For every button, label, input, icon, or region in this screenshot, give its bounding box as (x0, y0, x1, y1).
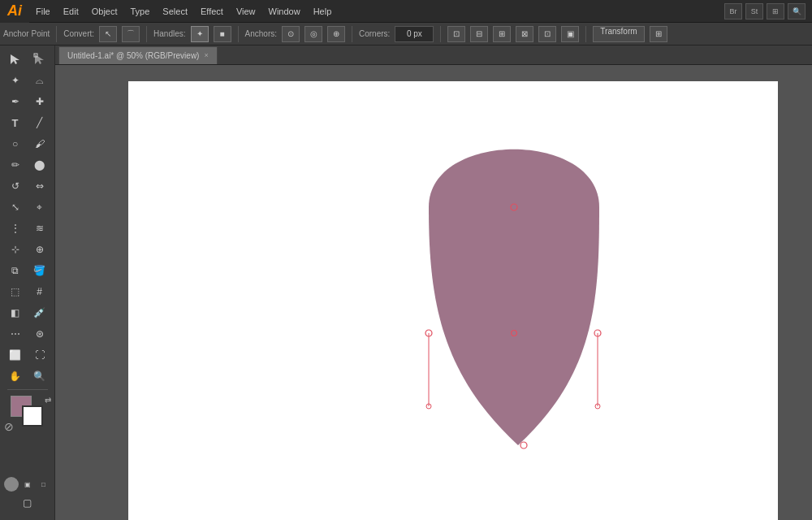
direct-selection-tool[interactable] (28, 50, 51, 69)
blend-tool[interactable]: ⋯ (4, 324, 27, 344)
align-btn5[interactable]: ⊡ (538, 26, 556, 42)
separator-3 (238, 26, 239, 42)
align-btn3[interactable]: ⊞ (493, 26, 511, 42)
control-bar: Anchor Point Convert: ↖ ⌒ Handles: ✦ ■ A… (0, 23, 812, 46)
puppet-warp-tool[interactable]: ⊕ (28, 240, 51, 259)
workspace-switcher[interactable]: ⊞ (767, 3, 784, 20)
bottom-tools: ▣ □ ▢ (4, 476, 51, 517)
live-paint-tool[interactable]: 🪣 (28, 261, 51, 280)
symbol-sprayer-tool[interactable]: ⊛ (28, 324, 51, 344)
add-anchor-tool[interactable]: ✚ (28, 92, 51, 111)
shape-canvas (128, 81, 778, 520)
tool-row-1 (4, 50, 51, 69)
free-transform-tool[interactable]: ⊹ (4, 240, 27, 259)
corners-label: Corners: (359, 29, 390, 38)
line-tool[interactable]: ╱ (28, 113, 51, 132)
tool-row-6: ✏ ⬤ (4, 155, 51, 175)
type-tool[interactable]: T (4, 113, 27, 132)
anchors-btn2[interactable]: ◎ (304, 26, 322, 42)
pencil-tool[interactable]: ✏ (4, 155, 27, 175)
tool-row-15: ⬜ ⛶ (4, 345, 51, 365)
menu-effect[interactable]: Effect (194, 0, 230, 23)
align-btn6[interactable]: ▣ (561, 26, 579, 42)
rotate-tool[interactable]: ↺ (4, 176, 27, 196)
svg-marker-0 (11, 54, 19, 64)
convert-smooth-btn[interactable]: ⌒ (122, 26, 140, 42)
menu-window[interactable]: Window (262, 0, 307, 23)
align-btn4[interactable]: ⊠ (516, 26, 533, 42)
ellipse-tool[interactable]: ○ (4, 134, 27, 154)
main-layout: ✦ ⌓ ✒ ✚ T ╱ ○ 🖌 ✏ ⬤ ↺ ⇔ ⤡ ⌖ ⋮ ≋ (0, 46, 812, 520)
lasso-tool[interactable]: ⌓ (28, 71, 51, 90)
artboard (128, 81, 778, 520)
magic-wand-tool[interactable]: ✦ (4, 71, 27, 90)
separator-2 (146, 26, 147, 42)
reshape-tool[interactable]: ⌖ (28, 197, 51, 217)
selection-tool[interactable] (4, 50, 27, 69)
artboard-container (55, 65, 812, 520)
pen-tool[interactable]: ✒ (4, 92, 27, 111)
tab-bar: Untitled-1.ai* @ 50% (RGB/Preview) × (55, 46, 812, 65)
menu-bar: Ai File Edit Object Type Select Effect V… (0, 0, 812, 23)
handles-btn[interactable]: ✦ (191, 26, 209, 42)
hand-tool[interactable]: ✋ (4, 366, 27, 386)
color-mode-row: ▣ □ (4, 477, 51, 492)
none-btn[interactable]: □ (37, 477, 51, 492)
menu-edit[interactable]: Edit (57, 0, 85, 23)
tool-row-11: ⧉ 🪣 (4, 261, 51, 280)
convert-label: Convert: (63, 29, 94, 38)
paintbrush-tool[interactable]: 🖌 (28, 134, 51, 154)
separator-5 (440, 26, 441, 42)
anchors-label: Anchors: (245, 29, 277, 38)
convert-corner-btn[interactable]: ↖ (99, 26, 117, 42)
swap-colors-icon[interactable]: ⇄ (45, 396, 51, 405)
menu-help[interactable]: Help (307, 0, 339, 23)
stroke-swatch[interactable] (22, 405, 43, 427)
none-icon[interactable]: ⊘ (4, 420, 14, 433)
screen-mode-btn[interactable]: ▢ (16, 493, 39, 513)
tool-row-7: ↺ ⇔ (4, 176, 51, 196)
slice-tool[interactable]: ⛶ (28, 345, 51, 365)
handles-square-btn[interactable]: ■ (214, 26, 231, 42)
blob-brush-tool[interactable]: ⬤ (28, 155, 51, 175)
tool-row-9: ⋮ ≋ (4, 219, 51, 238)
eyedropper-tool[interactable]: 💉 (28, 303, 51, 323)
menu-select[interactable]: Select (156, 0, 194, 23)
transform-btn[interactable]: Transform (593, 26, 644, 42)
canvas-area: Untitled-1.ai* @ 50% (RGB/Preview) × (55, 46, 812, 520)
tool-row-14: ⋯ ⊛ (4, 324, 51, 344)
artboard-tool[interactable]: ⬜ (4, 345, 27, 365)
reflect-tool[interactable]: ⇔ (28, 176, 51, 196)
corners-input[interactable] (395, 26, 434, 42)
sidebar-sep-1 (7, 389, 48, 390)
transform-extra-btn[interactable]: ⊞ (650, 26, 667, 42)
tool-row-2: ✦ ⌓ (4, 71, 51, 90)
tab-close-btn[interactable]: × (204, 51, 208, 59)
shape-builder-tool[interactable]: ⧉ (4, 261, 27, 280)
warp-tool[interactable]: ≋ (28, 219, 51, 238)
menu-object[interactable]: Object (85, 0, 124, 23)
width-tool[interactable]: ⋮ (4, 219, 27, 238)
mesh-tool[interactable]: # (28, 282, 51, 301)
stock-icon-btn[interactable]: St (745, 3, 763, 20)
align-btn1[interactable]: ⊡ (447, 26, 465, 42)
tool-row-4: T ╱ (4, 113, 51, 132)
scale-tool[interactable]: ⤡ (4, 197, 27, 217)
search-icon-btn[interactable]: 🔍 (788, 3, 806, 20)
tool-row-12: ⬚ # (4, 282, 51, 301)
gradient-btn[interactable]: ▣ (20, 477, 35, 492)
zoom-tool[interactable]: 🔍 (28, 366, 51, 386)
align-btn2[interactable]: ⊟ (470, 26, 488, 42)
menu-type[interactable]: Type (124, 0, 157, 23)
anchors-btn1[interactable]: ⊙ (282, 26, 300, 42)
tool-row-13: ◧ 💉 (4, 303, 51, 323)
menu-view[interactable]: View (230, 0, 262, 23)
app-logo: Ai (0, 0, 29, 23)
bridge-icon-btn[interactable]: Br (724, 3, 742, 20)
color-btn[interactable] (4, 477, 19, 492)
menu-file[interactable]: File (29, 0, 57, 23)
gradient-tool[interactable]: ◧ (4, 303, 27, 323)
perspective-tool[interactable]: ⬚ (4, 282, 27, 301)
document-tab[interactable]: Untitled-1.ai* @ 50% (RGB/Preview) × (58, 46, 218, 64)
anchors-btn3[interactable]: ⊕ (327, 26, 345, 42)
